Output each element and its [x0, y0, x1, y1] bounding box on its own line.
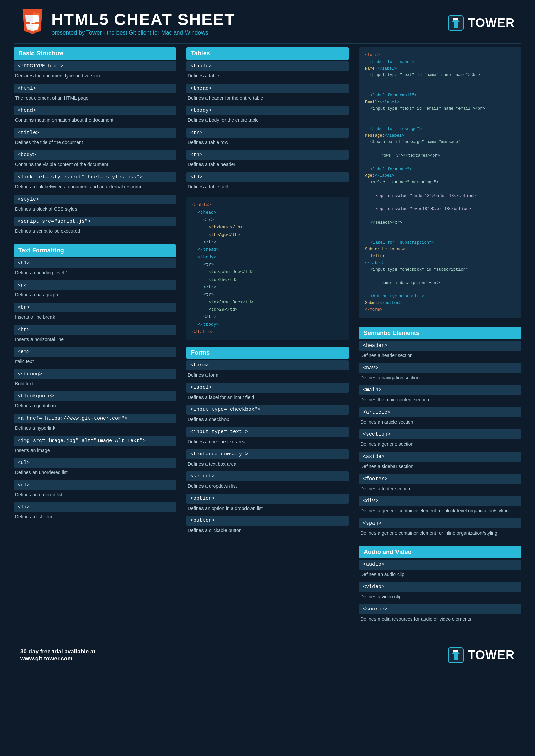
tag-td-desc: Defines a table cell [186, 183, 349, 193]
tag-ul-desc: Defines an unordered list [14, 468, 176, 479]
tower-logo-icon [447, 14, 465, 32]
tag-style-label: <style> [14, 195, 176, 204]
footer-tower-logo: TOWER [447, 646, 515, 664]
tag-link: <link rel="stylesheet" href="styles.css"… [14, 172, 176, 193]
tag-form-desc: Defines a form [186, 371, 349, 381]
footer-text: 30-day free trial available atwww.git-to… [20, 648, 95, 662]
tag-li-label: <li> [14, 502, 176, 512]
page-title: HTML5 CHEAT SHEET [51, 10, 235, 29]
table-code-example: <table> <thead> <tr> <th>Name</th> <th>A… [186, 197, 349, 341]
tag-strong-desc: Bold text [14, 380, 176, 390]
tag-em-label: <em> [14, 347, 176, 357]
tag-thead-desc: Defines a header for the entire table [186, 94, 349, 105]
tag-ul: <ul> Defines an unordered list [14, 458, 176, 479]
tables-header: Tables [186, 47, 349, 60]
header-left: 5 HTML5 CHEAT SHEET presented by Tower -… [20, 9, 235, 37]
tag-video: <video> Defines a video clip [359, 582, 521, 603]
tag-table: <table> Defines a table [186, 61, 349, 82]
tag-input-text-label: <input type="text"> [186, 427, 349, 437]
tag-body-label: <body> [14, 150, 176, 160]
tag-img-desc: Inserts an image [14, 446, 176, 457]
tag-audio-label: <audio> [359, 560, 521, 570]
tag-main-label: <main> [359, 385, 521, 395]
tag-link-label: <link rel="stylesheet" href="styles.css"… [14, 172, 176, 182]
tag-h1: <h1> Defines a heading level 1 [14, 258, 176, 279]
tag-a: <a href="https://www.git-tower.com"> Def… [14, 414, 176, 435]
tag-label: <label> Defines a label for an input fie… [186, 383, 349, 404]
tag-tr: <tr> Defines a table row [186, 128, 349, 149]
text-formatting-header: Text Formatting [14, 244, 176, 257]
tag-br-label: <br> [14, 303, 176, 312]
tag-section-desc: Defines a generic section [359, 440, 521, 450]
tag-span-desc: Defines a generic container element for … [359, 529, 521, 539]
page-header: 5 HTML5 CHEAT SHEET presented by Tower -… [0, 0, 535, 43]
tag-br-desc: Inserts a line break [14, 313, 176, 324]
tag-audio-desc: Defines an audio clip [359, 570, 521, 581]
tag-h1-label: <h1> [14, 258, 176, 268]
tag-li: <li> Defines a list item [14, 502, 176, 523]
tag-video-label: <video> [359, 582, 521, 592]
tag-tbody-desc: Defines a body for the entire table [186, 116, 349, 127]
tag-script-desc: Defines a script to be executed [14, 227, 176, 238]
tag-ul-label: <ul> [14, 458, 176, 468]
tag-td: <td> Defines a table cell [186, 172, 349, 193]
page-footer: 30-day free trial available atwww.git-to… [0, 640, 535, 670]
tag-span-label: <span> [359, 518, 521, 528]
tag-html-desc: The root element of an HTML page [14, 94, 176, 105]
tag-img-label: <img src="image.jpg" alt="Image Alt Text… [14, 436, 176, 446]
page-subtitle: presented by Tower - the best Git client… [51, 29, 235, 36]
tag-button-label: <button> [186, 516, 349, 526]
svg-rect-12 [453, 650, 458, 652]
tag-html-label: <html> [14, 84, 176, 93]
tag-p-desc: Defines a paragraph [14, 291, 176, 301]
tag-ol-desc: Defines an ordered list [14, 491, 176, 501]
tag-title-desc: Defines the title of the document [14, 138, 176, 149]
tag-audio: <audio> Defines an audio clip [359, 560, 521, 581]
tag-header: <header> Defines a header section [359, 341, 521, 362]
tag-input-text-desc: Defines a one-line text area [186, 438, 349, 448]
tag-th-label: <th> [186, 150, 349, 160]
tower-logo: TOWER [447, 14, 515, 32]
tag-em: <em> Italic text [14, 347, 176, 368]
tag-html: <html> The root element of an HTML page [14, 84, 176, 105]
tag-td-label: <td> [186, 172, 349, 182]
tag-source-label: <source> [359, 604, 521, 614]
tag-ol-label: <ol> [14, 480, 176, 490]
tag-h1-desc: Defines a heading level 1 [14, 269, 176, 279]
tag-input-checkbox: <input type="checkbox"> Defines a checkb… [186, 405, 349, 426]
tag-blockquote-label: <blockquote> [14, 391, 176, 401]
tag-option-desc: Defines an option in a dropdown list [186, 504, 349, 515]
forms-header: Forms [186, 347, 349, 359]
tag-input-checkbox-label: <input type="checkbox"> [186, 405, 349, 415]
tag-p: <p> Defines a paragraph [14, 280, 176, 301]
column-1: Basic Structure <!DOCTYPE html> Declares… [14, 47, 176, 626]
tag-aside-desc: Defines a sidebar section [359, 462, 521, 473]
svg-rect-9 [453, 18, 458, 20]
tag-strong-label: <strong> [14, 369, 176, 379]
tag-option-label: <option> [186, 494, 349, 504]
tag-title: <title> Defines the title of the documen… [14, 128, 176, 149]
footer-tower-logo-icon [447, 646, 465, 664]
tag-span: <span> Defines a generic container eleme… [359, 518, 521, 539]
tag-style-desc: Defines a block of CSS styles [14, 205, 176, 216]
tag-aside: <aside> Defines a sidebar section [359, 452, 521, 473]
tag-img: <img src="image.jpg" alt="Image Alt Text… [14, 436, 176, 457]
tag-a-desc: Defines a hyperlink [14, 424, 176, 435]
tag-button: <button> Defines a clickable button [186, 516, 349, 537]
audio-video-header: Audio and Video [359, 546, 521, 558]
tag-footer-label: <footer> [359, 474, 521, 484]
form-code-example: <form> <label for="name">Name:</label> <… [359, 47, 521, 318]
tag-form: <form> Defines a form [186, 360, 349, 381]
tag-div: <div> Defines a generic container elemen… [359, 496, 521, 517]
tag-textarea-desc: Defines a text box area [186, 460, 349, 470]
tag-div-label: <div> [359, 496, 521, 506]
tag-body: <body> Contains the visible content of t… [14, 150, 176, 171]
tag-script: <script src="script.js"> Defines a scrip… [14, 217, 176, 238]
tag-footer: <footer> Defines a footer section [359, 474, 521, 495]
tag-thead: <thead> Defines a header for the entire … [186, 84, 349, 105]
tag-head-desc: Contains meta information about the docu… [14, 116, 176, 127]
tag-hr: <hr> Inserts a horizontal line [14, 325, 176, 346]
tag-br: <br> Inserts a line break [14, 303, 176, 324]
tag-div-desc: Defines a generic container element for … [359, 507, 521, 517]
tag-option: <option> Defines an option in a dropdown… [186, 494, 349, 515]
